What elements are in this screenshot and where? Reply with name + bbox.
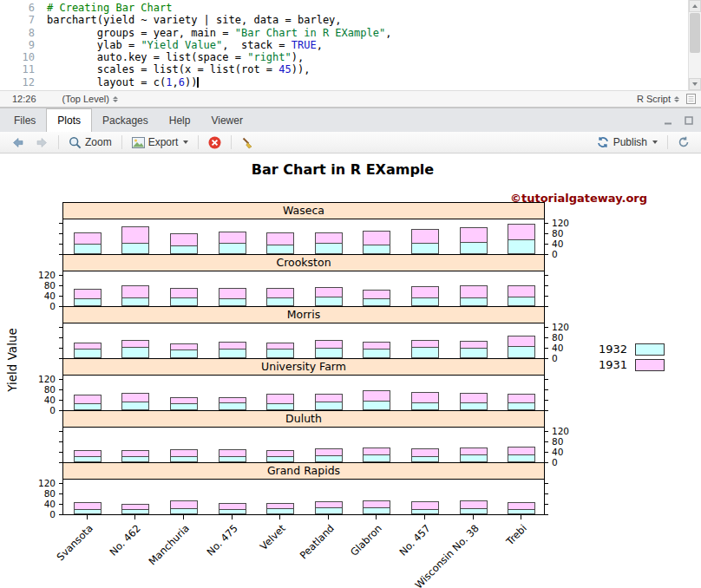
- code-line: auto.key = list(space = "right"),: [47, 51, 391, 63]
- code-token: ylab =: [47, 39, 141, 51]
- panel-strip-grand-rapids: Grand Rapids: [62, 462, 545, 480]
- code-token: "right": [247, 51, 292, 63]
- tab-help[interactable]: Help: [159, 108, 201, 132]
- y-tick: [544, 400, 548, 401]
- code-token: 1: [166, 76, 172, 88]
- scrollbar-thumb[interactable]: [690, 13, 700, 53]
- bar-segment-1932: [121, 456, 149, 462]
- document-outline-icon[interactable]: [686, 94, 696, 104]
- bar-segment-1932: [266, 456, 294, 462]
- bar-segment-1931: [315, 287, 343, 297]
- file-type-selector[interactable]: R Script: [637, 94, 679, 104]
- scroll-up-button[interactable]: [689, 0, 701, 12]
- code-token: "Bar Chart in R EXample": [235, 27, 385, 39]
- bar-segment-1932: [315, 507, 343, 514]
- x-tick: [376, 515, 377, 519]
- maximize-pane-button[interactable]: [680, 112, 698, 129]
- bar-segment-1932: [508, 239, 535, 254]
- bar-segment-1931: [219, 288, 246, 299]
- toolbar-separator: [58, 135, 59, 149]
- bar-segment-1932: [170, 403, 198, 410]
- bar-segment-1932: [363, 454, 390, 462]
- editor-scrollbar[interactable]: [688, 0, 701, 90]
- y-tick-label: 40: [44, 500, 56, 508]
- bar-segment-1931: [266, 288, 294, 298]
- bar-segment-1931: [121, 285, 149, 298]
- panel-area: 04080120: [62, 323, 545, 359]
- bar-segment-1931: [460, 227, 488, 243]
- bar-segment-1931: [363, 290, 390, 299]
- y-tick: [59, 379, 63, 380]
- chart-legend: 19321931: [599, 343, 665, 374]
- tab-plots[interactable]: Plots: [46, 108, 92, 132]
- bar-segment-1932: [266, 403, 294, 410]
- editor-code[interactable]: # Creating Bar Chartbarchart(yield ~ var…: [47, 2, 391, 88]
- bar-segment-1931: [315, 232, 343, 244]
- bar-segment-1932: [219, 402, 246, 410]
- y-tick: [59, 452, 63, 453]
- y-tick: [544, 233, 548, 234]
- forward-button[interactable]: [31, 135, 53, 150]
- code-token: barchart(yield ~ variety | site, data = …: [47, 14, 342, 26]
- bar-segment-1932: [411, 297, 439, 306]
- updown-icon: [674, 96, 679, 102]
- refresh-plot-button[interactable]: [673, 134, 694, 150]
- toolbar-separator: [121, 135, 122, 149]
- y-tick: [544, 452, 548, 453]
- y-tick: [59, 285, 63, 286]
- bar-segment-1931: [74, 232, 102, 245]
- bar-segment-1931: [219, 397, 246, 403]
- bar-segment-1932: [170, 297, 198, 306]
- x-tick: [183, 515, 184, 519]
- y-tick: [544, 306, 548, 307]
- line-number: 7: [0, 14, 35, 26]
- bar-segment-1931: [266, 450, 294, 457]
- bar-segment-1932: [266, 508, 294, 514]
- y-tick: [59, 275, 63, 276]
- y-tick: [544, 337, 548, 338]
- bar-segment-1932: [411, 402, 439, 410]
- export-button[interactable]: Export: [128, 134, 193, 150]
- bar-segment-1932: [411, 456, 439, 462]
- bar-segment-1931: [363, 342, 390, 350]
- bar-segment-1932: [315, 243, 343, 254]
- bar-segment-1931: [121, 504, 149, 510]
- tab-viewer[interactable]: Viewer: [200, 108, 252, 132]
- toolbar-separator: [198, 135, 199, 149]
- remove-plot-button[interactable]: [204, 134, 226, 151]
- y-tick: [544, 410, 548, 411]
- bar-segment-1931: [266, 343, 294, 350]
- remove-plot-icon: [208, 136, 221, 149]
- publish-button[interactable]: Publish: [592, 134, 662, 150]
- bar-segment-1932: [74, 456, 102, 462]
- y-tick-label: 120: [552, 427, 569, 435]
- bar-segment-1931: [411, 286, 439, 298]
- y-tick-label: 40: [44, 291, 56, 300]
- bar-segment-1931: [460, 341, 488, 349]
- zoom-button[interactable]: Zoom: [64, 134, 116, 151]
- line-number: 6: [0, 2, 35, 14]
- forward-arrow-icon: [36, 137, 49, 148]
- bar-segment-1931: [508, 394, 535, 403]
- panel-area: 04080120: [62, 376, 545, 411]
- tab-files[interactable]: Files: [3, 108, 46, 132]
- editor-status-bar: 12:26 (Top Level) R Script: [0, 90, 701, 108]
- bar-segment-1931: [219, 449, 246, 457]
- source-editor[interactable]: 6789101112 # Creating Bar Chartbarchart(…: [0, 0, 701, 90]
- bar-segment-1932: [508, 454, 535, 462]
- tab-packages[interactable]: Packages: [92, 108, 159, 132]
- y-tick: [544, 483, 548, 484]
- picture-icon: [132, 137, 145, 148]
- scroll-down-button[interactable]: [689, 78, 701, 90]
- scope-selector[interactable]: (Top Level): [62, 94, 118, 104]
- y-tick: [544, 275, 548, 276]
- minimize-pane-button[interactable]: [659, 112, 677, 129]
- bar-segment-1931: [315, 394, 343, 402]
- clear-plots-button[interactable]: [237, 134, 259, 151]
- bar-segment-1931: [508, 224, 535, 240]
- bar-segment-1932: [315, 297, 343, 306]
- back-button[interactable]: [7, 135, 29, 150]
- bar-segment-1932: [460, 242, 488, 254]
- bar-segment-1932: [170, 245, 198, 254]
- bar-segment-1932: [266, 349, 294, 358]
